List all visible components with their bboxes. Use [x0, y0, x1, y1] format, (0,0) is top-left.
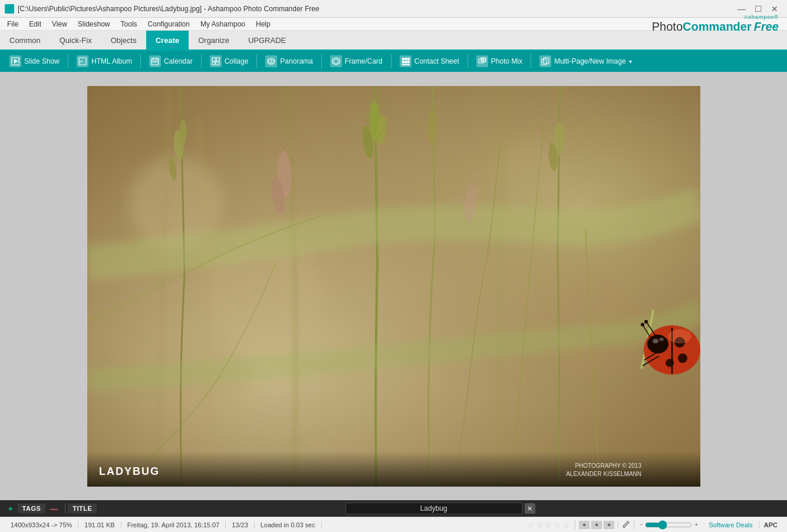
toolbar-divider-5 — [321, 54, 322, 68]
slideshow-label: Slide Show — [24, 57, 60, 65]
format-icon-3: ■ — [604, 521, 614, 529]
tab-common[interactable]: Common — [0, 31, 50, 49]
filename-bar: ✕ — [97, 503, 783, 514]
svg-rect-83 — [87, 451, 700, 487]
svg-point-73 — [678, 353, 687, 363]
svg-point-75 — [653, 339, 658, 343]
toolbar-divider-1 — [68, 54, 68, 68]
menu-slideshow[interactable]: Slideshow — [73, 19, 115, 29]
svg-rect-26 — [404, 61, 407, 63]
menu-help[interactable]: Help — [251, 19, 275, 29]
svg-rect-28 — [402, 64, 404, 65]
edit-icon[interactable] — [618, 520, 634, 530]
star-1[interactable]: ☆ — [527, 520, 535, 530]
logo-ashampoo: Ashampoo® — [652, 15, 779, 21]
multi-page-dropdown-icon: ▾ — [629, 58, 632, 65]
star-3[interactable]: ☆ — [545, 520, 552, 530]
window-title: [C:\Users\Public\Pictures\Ashampoo Pictu… — [18, 5, 320, 13]
menu-configuration[interactable]: Configuration — [143, 19, 195, 29]
calendar-button[interactable]: Calendar — [143, 54, 199, 69]
status-bar: 1400x933x24 -> 75% 191.01 KB Freitag, 19… — [0, 517, 787, 532]
calendar-label: Calendar — [164, 57, 193, 65]
tab-organize[interactable]: Organize — [189, 31, 239, 49]
tab-create[interactable]: Create — [146, 31, 189, 49]
zoom-minus-icon[interactable]: − — [639, 521, 643, 528]
toolbar-divider-8 — [531, 54, 531, 68]
load-time: Loaded in 0.03 sec — [255, 521, 322, 528]
star-2[interactable]: ☆ — [536, 520, 544, 530]
zoom-slider[interactable] — [645, 520, 692, 530]
star-4[interactable]: ☆ — [554, 520, 561, 530]
logo-commander: Commander — [683, 20, 752, 33]
tab-quick-fix[interactable]: Quick-Fix — [50, 31, 101, 49]
datetime: Freitag, 19. April 2013, 16:15:07 — [121, 521, 226, 528]
file-size: 191.01 KB — [78, 521, 121, 528]
svg-rect-27 — [407, 61, 410, 63]
svg-rect-23 — [404, 58, 407, 60]
svg-rect-2 — [11, 61, 12, 62]
svg-point-78 — [641, 323, 644, 326]
panorama-button[interactable]: Panorama — [259, 54, 318, 69]
logo-free: Free — [754, 20, 779, 33]
multipage-icon — [539, 55, 551, 67]
svg-rect-32 — [481, 58, 486, 62]
nav-tabs: Common Quick-Fix Objects Create Organize… — [0, 31, 787, 51]
menu-view[interactable]: View — [47, 19, 72, 29]
frame-card-button[interactable]: Frame/Card — [324, 54, 388, 69]
photo-display: LADYBUG PHOTOGRAPHY © 2013 ALEXANDER KIS… — [87, 86, 700, 487]
star-rating: ☆ ☆ ☆ ☆ ☆ — [522, 520, 575, 530]
menu-bar: File Edit View Slideshow Tools Configura… — [0, 18, 787, 31]
svg-rect-17 — [212, 62, 215, 65]
apc-label: APC — [759, 521, 782, 528]
svg-text:H: H — [80, 60, 83, 64]
image-format-icons: ■ ■ ■ — [575, 521, 618, 529]
menu-edit[interactable]: Edit — [24, 19, 46, 29]
add-tag-button[interactable]: + — [4, 503, 18, 515]
tab-upgrade[interactable]: UPGRADE — [239, 31, 295, 49]
toolbar-divider-2 — [140, 54, 141, 68]
svg-rect-13 — [154, 61, 156, 62]
svg-rect-24 — [407, 58, 410, 60]
app-icon — [5, 4, 14, 14]
software-deals[interactable]: Software Deals — [703, 521, 759, 528]
zoom-plus-icon[interactable]: + — [694, 521, 698, 528]
multi-page-button[interactable]: Multi-Page/New Image ▾ — [534, 54, 637, 69]
frame-card-label: Frame/Card — [345, 57, 383, 65]
filename-input[interactable] — [345, 503, 522, 514]
menu-tools[interactable]: Tools — [116, 19, 142, 29]
collage-button[interactable]: Collage — [204, 54, 255, 69]
minus-icon: — — [50, 504, 58, 513]
slideshow-button[interactable]: Slide Show — [4, 54, 65, 69]
film-icon — [9, 55, 21, 67]
svg-rect-16 — [216, 58, 219, 61]
star-5[interactable]: ☆ — [562, 520, 570, 530]
svg-rect-4 — [18, 61, 19, 62]
svg-marker-5 — [14, 59, 18, 64]
logo-full: PhotoCommanderFree — [652, 20, 779, 33]
photo-mix-label: Photo Mix — [491, 57, 522, 65]
title-label: TITLE — [68, 504, 97, 513]
menu-file[interactable]: File — [2, 19, 23, 29]
svg-rect-14 — [156, 61, 157, 62]
contact-sheet-button[interactable]: Contact Sheet — [394, 54, 465, 69]
tag-divider — [65, 503, 65, 514]
photomix-icon — [476, 55, 488, 67]
image-dimensions: 1400x933x24 -> 75% — [5, 521, 78, 528]
remove-tag-button[interactable]: — — [45, 503, 62, 515]
menu-my-ashampoo[interactable]: My Ashampoo — [196, 19, 250, 29]
html-icon: H — [77, 55, 88, 67]
svg-rect-30 — [407, 64, 410, 65]
svg-rect-15 — [212, 58, 216, 61]
collage-label: Collage — [225, 57, 249, 65]
panorama-icon — [265, 55, 277, 67]
panorama-label: Panorama — [280, 57, 312, 65]
html-album-button[interactable]: H HTML Album — [71, 54, 138, 69]
tab-objects[interactable]: Objects — [101, 31, 146, 49]
main-content: LADYBUG PHOTOGRAPHY © 2013 ALEXANDER KIS… — [0, 72, 787, 500]
clear-filename-button[interactable]: ✕ — [525, 503, 535, 514]
svg-rect-18 — [216, 62, 219, 65]
tags-label: TAGS — [18, 504, 46, 513]
collage-icon — [210, 55, 222, 67]
photo-mix-button[interactable]: Photo Mix — [470, 54, 528, 69]
plus-icon: + — [8, 504, 13, 513]
